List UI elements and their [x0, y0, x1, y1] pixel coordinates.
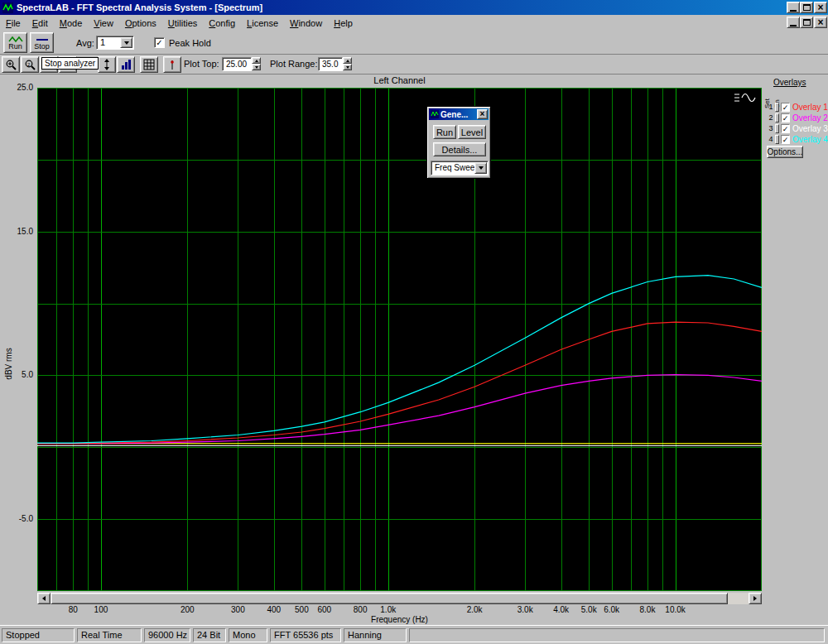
menu-window[interactable]: Window	[284, 17, 328, 30]
scroll-right-button[interactable]	[749, 593, 762, 604]
menu-file[interactable]: File	[0, 17, 26, 30]
marker-icon	[166, 59, 179, 71]
menu-view[interactable]: View	[88, 17, 119, 30]
avg-dropdown-button[interactable]	[120, 37, 132, 48]
x-tick-10.0k: 10.0k	[661, 605, 691, 614]
overlay-3-label: Overlay 3	[792, 124, 828, 133]
overlay-2-on-checkbox[interactable]: ✓	[781, 113, 790, 123]
x-axis-label: Frequency (Hz)	[37, 615, 762, 624]
mdi-minimize-button[interactable]	[787, 17, 800, 28]
spectrum-view-button[interactable]	[117, 56, 135, 73]
trace-overlay-2	[37, 375, 762, 444]
menu-mode[interactable]: Mode	[54, 17, 89, 30]
plot-range-label: Plot Range:	[270, 59, 317, 69]
svg-text:2: 2	[27, 61, 31, 66]
run-button-label: Run	[8, 43, 22, 50]
menu-help[interactable]: Help	[328, 17, 359, 30]
toolbar-main: Run Stop Avg: 1 ✓ Peak Hold	[0, 30, 828, 55]
mdi-restore-button[interactable]	[800, 17, 813, 28]
generator-mode-value: Freq Sweep	[435, 163, 479, 172]
plot-top-spin-up[interactable]	[252, 57, 261, 64]
generator-close-button[interactable]: ×	[477, 109, 488, 119]
peak-hold-label: Peak Hold	[169, 38, 211, 48]
overlays-options-button[interactable]: Options...	[767, 146, 803, 158]
overlay-1-set-button[interactable]	[775, 103, 779, 112]
status-96000-hz: 96000 Hz	[144, 628, 190, 642]
x-tick-3.0k: 3.0k	[510, 605, 540, 614]
menu-license[interactable]: License	[241, 17, 284, 30]
y-tick-15.0: 15.0	[0, 227, 33, 236]
plot-range-input[interactable]: 35.0	[318, 57, 343, 71]
plot-top-spin-down[interactable]	[252, 64, 261, 70]
zoom-in-button[interactable]	[2, 56, 20, 73]
overlay-3-set-number[interactable]: 3	[768, 124, 774, 132]
zoom-preset-button[interactable]: 2	[21, 56, 39, 73]
stop-button-label: Stop	[34, 43, 50, 50]
generator-title-bar[interactable]: Gene... ×	[429, 108, 489, 120]
overlay-4-on-checkbox[interactable]: ✓	[781, 135, 790, 144]
avg-label: Avg:	[76, 38, 94, 48]
minimize-button[interactable]	[787, 2, 800, 13]
plot-top-value: 25.00	[226, 60, 247, 69]
x-tick-400: 400	[259, 605, 289, 614]
run-button[interactable]: Run	[3, 32, 27, 53]
overlay-1-on-checkbox[interactable]: ✓	[781, 103, 790, 112]
overlay-3-on-checkbox[interactable]: ✓	[781, 124, 790, 133]
generator-dialog-title: Gene...	[440, 110, 468, 119]
menu-utilities[interactable]: Utilities	[162, 17, 203, 30]
generator-mode-dropdown-button[interactable]	[474, 162, 487, 174]
plot-title: Left Channel	[37, 75, 762, 85]
menu-config[interactable]: Config	[203, 17, 241, 30]
mdi-minimize-icon	[790, 25, 797, 26]
grid-icon	[143, 59, 156, 71]
x-tick-2.0k: 2.0k	[460, 605, 489, 614]
spectrum-plot-svg	[37, 88, 762, 591]
status-stopped: Stopped	[2, 628, 75, 642]
overlay-2-set-button[interactable]	[775, 113, 779, 123]
stop-button[interactable]: Stop	[30, 32, 54, 53]
maximize-icon	[803, 4, 811, 11]
scrollbar-thumb[interactable]	[51, 593, 728, 604]
generator-run-button[interactable]: Run	[433, 125, 456, 139]
plot-top-spinner	[252, 57, 261, 70]
overlay-2-set-number[interactable]: 2	[768, 113, 774, 122]
x-tick-4.0k: 4.0k	[546, 605, 576, 614]
peak-hold-checkbox[interactable]: ✓	[154, 37, 165, 48]
autoscale-icon	[101, 59, 113, 71]
x-tick-1.0k: 1.0k	[373, 605, 403, 614]
generator-level-button[interactable]: Level	[458, 125, 486, 139]
overlay-row-2: 2✓Overlay 2	[767, 113, 828, 123]
overlay-4-set-button[interactable]	[775, 135, 779, 144]
status-real-time: Real Time	[77, 628, 142, 642]
horizontal-scrollbar[interactable]	[37, 593, 762, 604]
autoscale-button[interactable]	[98, 56, 116, 73]
close-button[interactable]: ×	[814, 2, 827, 13]
x-tick-800: 800	[345, 605, 375, 614]
overlay-3-set-button[interactable]	[775, 124, 779, 133]
status-24-bit: 24 Bit	[193, 628, 226, 642]
y-tick-5.0: 5.0	[0, 370, 33, 379]
x-tick-100: 100	[86, 605, 116, 614]
grid-toggle-button[interactable]	[140, 56, 158, 73]
menu-options[interactable]: Options	[119, 17, 162, 30]
trace-overlay-1	[37, 322, 762, 444]
menu-edit[interactable]: Edit	[26, 17, 54, 30]
plot-range-spin-down[interactable]	[343, 64, 352, 70]
generator-details-button[interactable]: Details...	[433, 142, 486, 156]
generator-active-icon	[732, 90, 757, 105]
overlay-1-set-number[interactable]: 1	[768, 103, 774, 111]
marker-button[interactable]	[163, 56, 181, 73]
avg-value: 1	[100, 37, 105, 47]
plot-range-value: 35.0	[322, 60, 338, 69]
spectrum-plot[interactable]	[37, 88, 762, 591]
avg-select[interactable]: 1	[96, 36, 134, 50]
plot-range-spin-up[interactable]	[343, 57, 352, 64]
overlay-4-set-number[interactable]: 4	[768, 135, 774, 143]
mdi-close-button[interactable]: ×	[814, 17, 827, 28]
generator-mode-select[interactable]: Freq Sweep	[431, 161, 489, 175]
overlay-4-label: Overlay 4	[792, 135, 828, 144]
scroll-left-button[interactable]	[37, 593, 51, 604]
plot-top-input[interactable]: 25.00	[222, 57, 252, 71]
menu-bar: FileEditModeViewOptionsUtilitiesConfigLi…	[0, 15, 828, 30]
maximize-button[interactable]	[800, 2, 813, 13]
